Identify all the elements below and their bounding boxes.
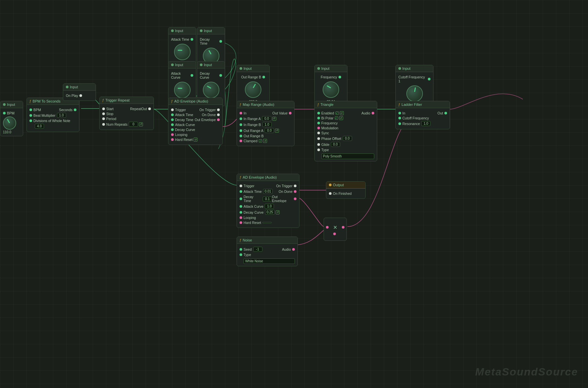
lf-cutoff-row: Cutoff Frequency bbox=[398, 116, 447, 120]
noise-audio-label: Audio bbox=[282, 247, 291, 251]
noise-seed-port bbox=[240, 248, 242, 251]
mr-in-label: In bbox=[244, 111, 247, 115]
decay-time-port-label: Decay Time bbox=[200, 37, 218, 45]
input-decay-time-header: Input bbox=[197, 27, 225, 34]
mr-clamped-checkbox[interactable] bbox=[259, 139, 262, 143]
tri-enabled-checkbox[interactable] bbox=[336, 111, 339, 115]
mr-in-port bbox=[240, 112, 242, 114]
num-repeats-label: Num Repeats bbox=[106, 122, 127, 126]
num-repeats-reset[interactable]: ↺ bbox=[139, 122, 143, 126]
input-attack-curve-title: Input bbox=[175, 63, 183, 67]
ad2-attack-curve-val[interactable]: 1.0 bbox=[265, 204, 274, 209]
mr-out-range-a-reset[interactable]: ↺ bbox=[275, 129, 279, 133]
out-range-b-label-row: Out Range B bbox=[241, 75, 265, 79]
func-icon-tri: ƒ bbox=[317, 103, 319, 107]
mr-clamped-port bbox=[240, 140, 242, 142]
ad2-attack-time-val[interactable]: 0.01 bbox=[263, 189, 273, 194]
out-range-b-knob[interactable] bbox=[245, 81, 261, 98]
tri-phase-offset-val[interactable]: 0.0 bbox=[343, 136, 352, 141]
triangle-title: Triangle bbox=[321, 103, 334, 107]
func-icon-lf: ƒ bbox=[398, 103, 400, 107]
bpm-in-row: BPM Seconds bbox=[29, 108, 76, 112]
ad-envelope-1-node: ƒ AD Envelope (Audio) Trigger On Trigger… bbox=[168, 98, 223, 145]
bpm-port bbox=[3, 112, 6, 114]
mr-in-range-a-label: In Range A bbox=[244, 117, 261, 121]
frequency-knob[interactable] bbox=[323, 81, 339, 98]
tri-phase-offset-port bbox=[317, 137, 320, 140]
func-icon-mr: ƒ bbox=[240, 103, 242, 107]
ad1-trigger-row: Trigger On Trigger bbox=[171, 108, 220, 112]
tri-enabled-port bbox=[317, 112, 320, 114]
ad1-on-trigger-label: On Trigger bbox=[199, 108, 216, 112]
on-finished-label: On Finished bbox=[333, 192, 352, 195]
ad2-decay-time-row: Decay Time 0.1 Out Envelope bbox=[240, 195, 296, 203]
attack-curve-knob[interactable] bbox=[174, 82, 191, 98]
ad-env-2-title: AD Envelope (Audio) bbox=[243, 175, 277, 179]
ad1-attack-time-label: Attack Time bbox=[175, 113, 193, 117]
tri-glide-row: Glide 0.0 bbox=[317, 142, 374, 147]
lf-out-label: Out bbox=[437, 111, 443, 115]
period-port bbox=[102, 117, 105, 120]
ad2-decay-time-val[interactable]: 0.1 bbox=[263, 196, 272, 201]
tri-bipolar-checkbox[interactable] bbox=[335, 116, 338, 120]
tri-enabled-row: Enabled ↺ Audio bbox=[317, 111, 374, 115]
ad1-attack-time-port bbox=[171, 113, 174, 116]
num-repeats-val[interactable]: 0 bbox=[129, 122, 138, 127]
tri-glide-val[interactable]: 0.0 bbox=[331, 142, 340, 147]
noise-seed-val[interactable]: -1 bbox=[253, 247, 262, 252]
ad1-decay-curve-label: Decay Curve bbox=[175, 128, 195, 132]
num-repeats-port bbox=[102, 123, 105, 126]
ad1-looping-label: Looping bbox=[175, 133, 187, 137]
tri-type-select[interactable]: Poly Smooth Band Limited Linear bbox=[321, 153, 374, 159]
tri-frequency-row: Frequency bbox=[317, 121, 374, 125]
ad1-attack-time-row: Attack Time On Done bbox=[171, 113, 220, 117]
attack-time-knob[interactable] bbox=[174, 44, 191, 60]
ad2-on-trigger-port bbox=[294, 185, 296, 187]
ad2-decay-curve-val[interactable]: 0.25 bbox=[265, 210, 275, 215]
mr-out-value-label: Out Value bbox=[272, 111, 288, 115]
mr-in-range-a-reset[interactable]: ↺ bbox=[272, 117, 276, 121]
ad1-decay-time-port bbox=[171, 118, 174, 121]
beat-mult-val[interactable]: 1.0 bbox=[57, 113, 66, 118]
decay-curve-label-row: Decay Curve bbox=[200, 71, 222, 79]
cutoff-freq-port bbox=[428, 78, 430, 80]
ad1-hard-reset-btn[interactable]: ↺ bbox=[194, 138, 198, 142]
ad2-trigger-port bbox=[240, 185, 242, 187]
ad2-decay-curve-reset[interactable]: ↺ bbox=[276, 210, 280, 214]
divisions-val-row: 4.0 bbox=[29, 124, 76, 129]
noise-type-row: Type bbox=[240, 253, 295, 257]
noise-seed-row: Seed -1 Audio bbox=[240, 247, 295, 252]
ad-envelope-2-node: ƒ AD Envelope (Audio) Trigger On Trigger… bbox=[237, 174, 299, 228]
output-title: Output bbox=[333, 183, 344, 187]
ad2-attack-time-label: Attack Time bbox=[244, 190, 262, 194]
decay-curve-knob[interactable] bbox=[203, 82, 219, 98]
input-bpm-node: Input BPM 110.0 bbox=[0, 101, 23, 136]
input-on-play-node: Input On Play bbox=[63, 83, 96, 101]
mr-in-range-b-val[interactable]: 1.0 bbox=[262, 122, 272, 127]
ad2-decay-time-label: Decay Time bbox=[244, 195, 261, 203]
noise-type-select[interactable]: White Noise Pink Noise Brown Noise bbox=[244, 258, 295, 264]
tri-bipolar-port bbox=[317, 117, 320, 119]
multiply-in2-port bbox=[333, 233, 336, 235]
noise-title: Noise bbox=[243, 238, 252, 242]
decay-time-port bbox=[219, 40, 222, 43]
mr-clamped-reset[interactable]: ↺ bbox=[263, 139, 267, 143]
divisions-val[interactable]: 4.0 bbox=[35, 124, 44, 129]
mr-out-range-a-val[interactable]: 0.0 bbox=[265, 128, 274, 133]
out-range-b-port-label: Out Range B bbox=[241, 75, 261, 79]
bpm-knob-val: 110.0 bbox=[3, 130, 20, 134]
mr-out-range-a-port bbox=[240, 129, 242, 132]
func-icon-noise: ƒ bbox=[240, 238, 242, 242]
ad1-out-env-label: Out Envelope bbox=[195, 118, 216, 122]
start-port bbox=[102, 108, 105, 110]
ad2-hard-reset-val[interactable] bbox=[262, 222, 272, 223]
mr-in-range-a-val[interactable]: 0.0 bbox=[262, 116, 271, 121]
cutoff-freq-knob[interactable] bbox=[406, 85, 423, 102]
tri-bipolar-reset[interactable]: ↺ bbox=[339, 116, 343, 120]
bpm-label: BPM bbox=[7, 111, 15, 115]
lf-resonance-val[interactable]: 1.0 bbox=[421, 121, 430, 126]
tri-frequency-label: Frequency bbox=[321, 121, 338, 125]
multiply-node: × bbox=[324, 218, 347, 241]
tri-enabled-reset[interactable]: ↺ bbox=[340, 111, 344, 115]
bpm-knob[interactable] bbox=[3, 116, 16, 130]
